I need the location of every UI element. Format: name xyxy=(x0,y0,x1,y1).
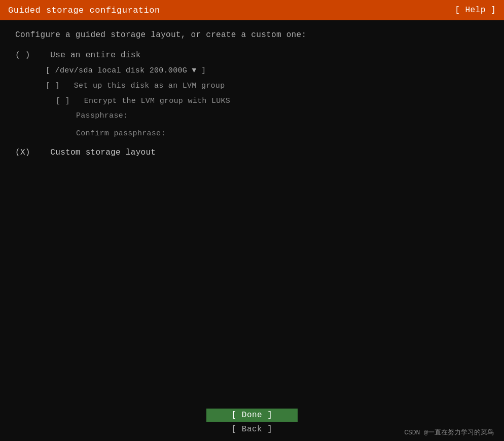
encrypt-label: Encrypt the LVM group with LUKS xyxy=(84,97,230,105)
custom-layout-label: Custom storage layout xyxy=(50,148,156,157)
use-entire-disk-option[interactable]: ( ) Use an entire disk xyxy=(15,51,489,60)
watermark: CSDN @一直在努力学习的菜鸟 xyxy=(404,428,494,437)
lvm-label: Set up this disk as an LVM group xyxy=(74,82,225,90)
back-button[interactable]: [ Back ] xyxy=(206,423,298,436)
lvm-checkbox[interactable]: [ ] Set up this disk as an LVM group xyxy=(46,82,225,90)
disk-dropdown-row[interactable]: [ /dev/sda local disk 200.000G ▼ ] xyxy=(15,66,489,75)
custom-layout-option[interactable]: (X) Custom storage layout xyxy=(15,148,489,157)
encrypt-checkbox-row[interactable]: [ ] Encrypt the LVM group with LUKS xyxy=(15,96,489,105)
custom-layout-radio[interactable]: (X) Custom storage layout xyxy=(15,148,156,157)
passphrase-label: Passphrase: xyxy=(76,112,157,120)
confirm-passphrase-label: Confirm passphrase: xyxy=(76,129,166,138)
screen: Guided storage configuration [ Help ] Co… xyxy=(0,0,504,441)
title-bar: Guided storage configuration [ Help ] xyxy=(0,0,504,20)
encrypt-checkbox[interactable]: [ ] Encrypt the LVM group with LUKS xyxy=(56,97,230,105)
confirm-passphrase-row: Confirm passphrase: xyxy=(15,129,489,138)
button-group: [ Done ] [ Back ] xyxy=(206,409,298,436)
encrypt-box: [ ] xyxy=(56,97,70,105)
use-entire-disk-label: Use an entire disk xyxy=(50,51,140,60)
passphrase-row: Passphrase: xyxy=(15,112,489,120)
use-entire-disk-radio[interactable]: ( ) Use an entire disk xyxy=(15,51,141,60)
lvm-box: [ ] xyxy=(46,82,60,90)
description-text: Configure a guided storage layout, or cr… xyxy=(15,30,489,40)
main-content: Configure a guided storage layout, or cr… xyxy=(0,20,504,167)
custom-radio-circle: (X) xyxy=(15,148,30,157)
disk-dropdown[interactable]: [ /dev/sda local disk 200.000G ▼ ] xyxy=(46,66,206,75)
done-button[interactable]: [ Done ] xyxy=(206,409,298,422)
radio-circle: ( ) xyxy=(15,51,30,60)
lvm-checkbox-row[interactable]: [ ] Set up this disk as an LVM group xyxy=(15,81,489,90)
help-button[interactable]: [ Help ] xyxy=(455,6,496,15)
page-title: Guided storage configuration xyxy=(8,6,160,15)
